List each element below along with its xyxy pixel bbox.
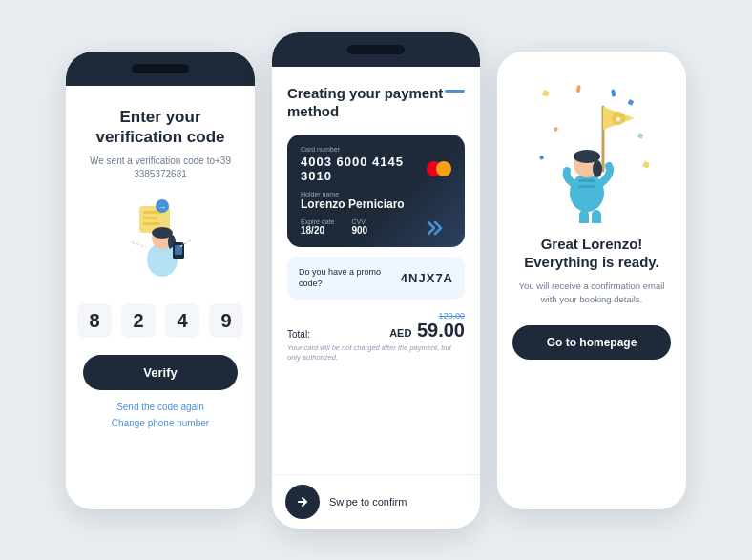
svg-text:→: → bbox=[158, 202, 167, 212]
digit-3[interactable]: 4 bbox=[165, 303, 199, 338]
card-number: 4003 6000 4145 3010 bbox=[301, 155, 451, 183]
digit-2[interactable]: 2 bbox=[121, 303, 156, 338]
promo-label: Do you have a promo code? bbox=[299, 266, 401, 290]
credit-card: Card number 4003 6000 4145 3010 Holder n… bbox=[287, 135, 465, 247]
svg-rect-30 bbox=[578, 179, 595, 182]
phone-payment: Creating your payment method Card number… bbox=[272, 32, 480, 529]
disclaimer: Your card will be not charged after the … bbox=[287, 343, 465, 363]
promo-code: 4NJX7A bbox=[401, 271, 453, 285]
illustration: → bbox=[113, 195, 208, 280]
success-subtitle: You will receive a confirmation email wi… bbox=[512, 280, 671, 307]
phone-success: ★ bbox=[497, 52, 686, 509]
verify-button[interactable]: Verify bbox=[83, 355, 238, 390]
price-value: 59.00 bbox=[417, 320, 465, 341]
swipe-button[interactable] bbox=[285, 485, 320, 519]
svg-rect-31 bbox=[578, 185, 595, 188]
svg-rect-21 bbox=[576, 85, 581, 93]
section-header: Creating your payment method bbox=[287, 84, 465, 121]
page-title: Enter your verification code bbox=[83, 107, 238, 148]
payment-content: Creating your payment method Card number… bbox=[272, 67, 480, 474]
success-content: ★ bbox=[497, 52, 686, 509]
mastercard-icon bbox=[427, 161, 451, 176]
card-number-label: Card number bbox=[301, 146, 451, 153]
svg-rect-15 bbox=[542, 90, 550, 97]
svg-rect-18 bbox=[637, 133, 644, 139]
svg-rect-17 bbox=[554, 126, 558, 131]
holder-label: Holder name bbox=[301, 191, 451, 197]
digit-1[interactable]: 8 bbox=[77, 303, 112, 338]
accent-line bbox=[445, 90, 465, 93]
svg-text:★: ★ bbox=[615, 114, 622, 124]
svg-rect-2 bbox=[143, 217, 157, 219]
chevrons-icon bbox=[425, 218, 451, 238]
resend-link[interactable]: Send the code again bbox=[116, 402, 204, 412]
svg-rect-32 bbox=[579, 210, 589, 223]
success-title: Great Lorenzo! Everything is ready. bbox=[512, 235, 671, 272]
svg-point-29 bbox=[593, 160, 602, 177]
svg-rect-3 bbox=[143, 222, 160, 225]
holder-name: Lorenzo Perniciaro bbox=[301, 197, 451, 211]
svg-rect-16 bbox=[628, 99, 635, 106]
homepage-button[interactable]: Go to homepage bbox=[512, 325, 671, 360]
cvv-field: CVV 900 bbox=[351, 218, 367, 238]
svg-rect-22 bbox=[611, 89, 616, 97]
svg-line-13 bbox=[132, 242, 146, 247]
swipe-bar[interactable]: Swipe to confirm bbox=[272, 474, 480, 529]
svg-rect-19 bbox=[539, 155, 544, 159]
phone-verification: Enter your verification code We sent a v… bbox=[66, 52, 255, 509]
notch bbox=[347, 45, 405, 54]
digit-4[interactable]: 9 bbox=[209, 303, 243, 338]
card-bottom: Expire date 18/20 CVV 900 bbox=[301, 218, 451, 238]
svg-rect-20 bbox=[642, 161, 649, 168]
page-title: Creating your payment method bbox=[287, 84, 445, 121]
swipe-label: Swipe to confirm bbox=[329, 496, 407, 508]
subtitle: We sent a verification code to+39 338537… bbox=[83, 155, 238, 181]
phone-top-bar bbox=[272, 32, 480, 67]
notch bbox=[132, 64, 189, 73]
expire-field: Expire date 18/20 bbox=[301, 218, 334, 238]
change-phone-link[interactable]: Change phone number bbox=[112, 418, 209, 428]
phone-top-bar bbox=[66, 52, 255, 86]
new-price: AED 59.00 bbox=[389, 321, 465, 340]
digit-inputs: 8 2 4 9 bbox=[77, 303, 243, 338]
currency: AED bbox=[389, 327, 411, 339]
total-label: Total: bbox=[287, 329, 310, 340]
success-illustration: ★ bbox=[525, 71, 658, 223]
verification-content: Enter your verification code We sent a v… bbox=[66, 86, 255, 509]
svg-rect-33 bbox=[592, 210, 601, 223]
promo-box[interactable]: Do you have a promo code? 4NJX7A bbox=[287, 257, 465, 300]
total-row: Total: 120.00 AED 59.00 bbox=[287, 311, 465, 340]
total-amount: 120.00 AED 59.00 bbox=[389, 311, 465, 340]
